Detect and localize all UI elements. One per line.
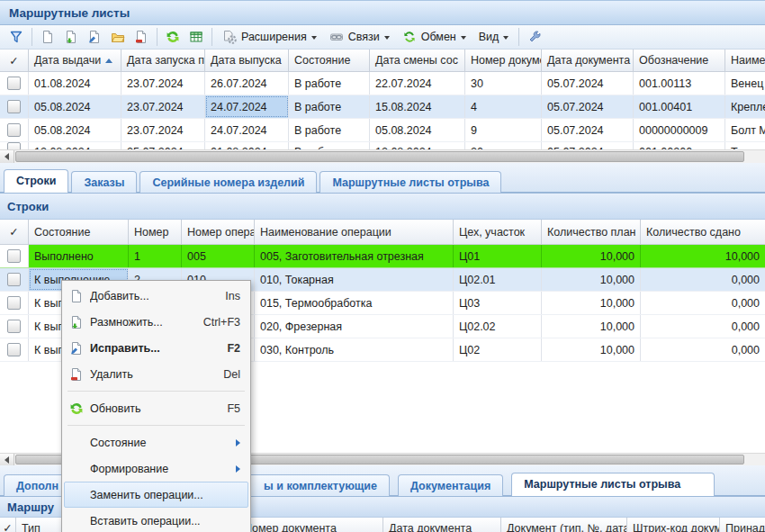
cell[interactable]: Термо [725,142,765,149]
cell[interactable]: 25.07.2024 [122,142,205,149]
column-header[interactable]: Дата выпуска [205,50,289,71]
checkbox[interactable] [7,320,21,333]
cell[interactable]: 05.07.2024 [542,72,634,95]
column-header[interactable]: Номер опера [182,220,255,244]
cell[interactable]: 10,000 [542,268,641,291]
row-checkbox-cell[interactable] [0,245,29,267]
extensions-menu[interactable]: Расширения [216,26,323,48]
column-header[interactable]: Дата запуска п [122,50,205,71]
refresh-button[interactable] [161,26,184,48]
check-column-header[interactable]: ✓ [0,220,29,244]
column-header[interactable]: Количество сдано [641,220,765,244]
menu-item-delete[interactable]: Удалить Del [64,361,248,387]
column-header[interactable]: Номер [129,220,182,244]
cell[interactable]: 005, Заготовительная отрезная [255,245,454,267]
cell[interactable]: 01.08.2024 [205,142,289,149]
scroll-left-button[interactable] [0,150,14,163]
cell[interactable]: 10,000 [542,338,641,361]
cell[interactable]: 23.07.2024 [122,95,205,118]
column-header[interactable]: Цех, участок [454,220,542,244]
list-output-button[interactable] [184,26,208,48]
checkbox[interactable] [7,100,21,113]
open-button[interactable] [106,26,130,48]
cell[interactable]: Ц02 [454,338,542,361]
cell[interactable]: 10,000 [542,292,641,314]
cell[interactable]: 001.00401 [634,95,725,118]
cell[interactable]: 12.08.2024 [29,142,122,149]
column-header[interactable]: Дата смены сос [370,50,465,71]
cell[interactable]: 4 [465,95,542,118]
cell[interactable]: 01.08.2024 [29,72,122,95]
cell[interactable]: 23.07.2024 [122,72,205,95]
scroll-left-button[interactable] [0,454,14,465]
scrollbar-thumb[interactable] [15,151,744,162]
menu-item-formation[interactable]: Формирование [64,455,248,482]
column-header[interactable]: Номер документа [238,518,383,532]
cell[interactable]: 12.08.2024 [370,142,465,149]
cell[interactable]: Ц01 [454,245,542,267]
cell[interactable]: 05.08.2024 [370,119,465,141]
cell[interactable]: 020, Фрезерная [255,315,454,338]
column-header[interactable]: Дата документа [542,50,634,71]
menu-item-insert-operations[interactable]: Вставить операции... [64,508,248,532]
cell[interactable]: В работе [289,72,370,95]
view-menu[interactable]: Вид [472,26,516,48]
tab-orders[interactable]: Заказы [71,171,137,193]
cell[interactable]: 10,000 [641,245,765,267]
cell[interactable]: Ц02.01 [454,268,542,291]
checkbox[interactable] [7,142,21,149]
cell[interactable]: 05.07.2024 [542,95,634,118]
checkbox[interactable] [7,343,21,356]
cell[interactable]: Ц02.02 [454,315,542,338]
column-header[interactable]: Обозначение [634,50,725,71]
checkbox[interactable] [7,249,21,263]
cell[interactable]: Крепле [725,95,765,118]
delete-button[interactable] [130,26,153,48]
add-button[interactable] [36,26,59,48]
tab-lines[interactable]: Строки [4,169,68,193]
tab-tearoff-sheets[interactable]: Маршрутные листы отрыва [320,171,501,193]
cell[interactable]: 001.00200 [634,142,725,149]
cell[interactable]: 001.00113 [634,72,725,95]
cell[interactable]: 0,000 [641,268,765,291]
cell[interactable]: 030, Контроль [255,338,454,361]
cell[interactable]: 22.07.2024 [370,72,465,95]
cell[interactable]: 10,000 [542,245,641,267]
column-header[interactable]: Дата документа [383,518,501,532]
cell[interactable]: 05.08.2024 [29,119,122,141]
cell[interactable]: Выполнено [29,245,129,267]
column-header[interactable]: Наимен [725,50,765,71]
cell[interactable]: В работе [289,142,370,149]
table-row-done[interactable]: Выполнено 1 005 005, Заготовительная отр… [0,245,765,268]
cell[interactable]: Ц03 [454,292,542,314]
column-header[interactable]: Количество план [542,220,641,244]
cell[interactable]: Венец ч [725,72,765,95]
tab-serial-numbers[interactable]: Серийные номера изделий [140,171,317,193]
filter-button[interactable] [4,26,28,48]
cell[interactable]: 9 [465,119,542,141]
tab-documentation[interactable]: Документация [398,474,503,496]
cell[interactable]: 15.08.2024 [370,95,465,118]
row-checkbox-cell[interactable] [0,119,29,141]
row-checkbox-cell[interactable] [0,142,29,149]
row-checkbox-cell[interactable] [0,315,29,338]
cell[interactable]: 05.07.2024 [542,142,634,149]
column-header[interactable]: Состояние [289,50,370,71]
checkbox[interactable] [7,296,21,310]
cell[interactable]: 0,000 [641,292,765,314]
cell[interactable]: 24.07.2024 [205,119,289,141]
row-checkbox-cell[interactable] [0,95,29,118]
cell[interactable]: 20 [465,142,542,149]
column-header[interactable]: Дата выдачи [29,50,122,71]
exchange-menu[interactable]: Обмен [396,26,472,48]
cell[interactable]: 0,000 [641,338,765,361]
row-checkbox-cell[interactable] [0,292,29,314]
row-checkbox-cell[interactable] [0,72,29,95]
menu-item-replace-operations[interactable]: Заменить операции... [64,482,248,508]
table-row-selected[interactable]: 05.08.2024 23.07.2024 24.07.2024 В работ… [0,95,765,119]
menu-item-duplicate[interactable]: Размножить... Ctrl+F3 [64,309,248,335]
menu-item-refresh[interactable]: Обновить F5 [64,395,248,421]
cell[interactable]: 05.07.2024 [542,119,634,141]
settings-button[interactable] [523,26,546,48]
cell[interactable]: 10,000 [542,315,641,338]
